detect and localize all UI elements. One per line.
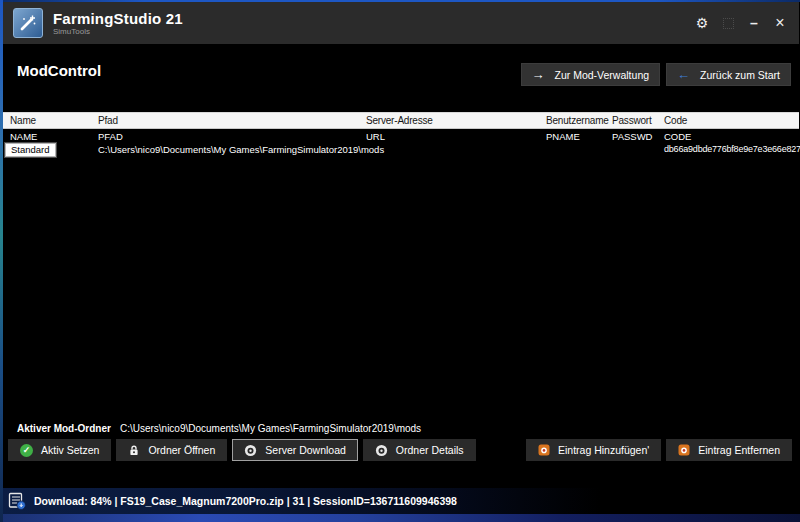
footer-buttons-right: Eintrag Hinzufügen' Eintrag Entfernen xyxy=(526,439,792,461)
placeholder-cell-code: CODE xyxy=(664,130,799,143)
titlebar-controls: ⚙ – × xyxy=(689,8,793,38)
active-mod-folder-path: C:\Users\nico9\Documents\My Games\Farmin… xyxy=(120,423,421,434)
column-header-name[interactable]: Name xyxy=(10,113,98,128)
remove-entry-button[interactable]: Eintrag Entfernen xyxy=(666,439,792,461)
set-active-button-label: Aktiv Setzen xyxy=(41,444,99,456)
row-name-cell-selected[interactable]: Standard xyxy=(5,143,56,157)
close-button[interactable]: × xyxy=(767,8,793,38)
placeholder-cell-pfad: PFAD xyxy=(98,130,366,143)
settings-gear-icon[interactable]: ⚙ xyxy=(689,8,715,38)
statusbar: Download: 84% | FS19_Case_Magnum7200Pro.… xyxy=(0,488,800,514)
open-folder-button[interactable]: Ordner Öffnen xyxy=(116,439,227,461)
remove-entry-button-label: Eintrag Entfernen xyxy=(698,444,780,456)
set-active-button[interactable]: ✓ Aktiv Setzen xyxy=(8,439,111,461)
column-header-server-adresse[interactable]: Server-Adresse xyxy=(366,113,546,128)
mod-management-button[interactable]: → Zur Mod-Verwaltung xyxy=(521,63,661,86)
row-server-adresse-cell xyxy=(366,143,546,157)
server-download-button-label: Server Download xyxy=(265,444,346,456)
mod-folder-table: Name Pfad Server-Adresse Benutzername Pa… xyxy=(3,112,799,157)
column-header-pfad[interactable]: Pfad xyxy=(98,113,366,128)
back-to-start-button-label: Zurück zum Start xyxy=(700,69,780,81)
table-header-row: Name Pfad Server-Adresse Benutzername Pa… xyxy=(3,112,799,129)
placeholder-row[interactable]: NAME PFAD URL PNAME PASSWD CODE xyxy=(3,130,799,143)
row-passwort-cell xyxy=(612,143,664,157)
open-folder-button-label: Ordner Öffnen xyxy=(148,444,215,456)
page-title: ModControl xyxy=(17,62,101,79)
folder-details-button[interactable]: Ordner Details xyxy=(363,439,476,461)
window-accent-border-top xyxy=(0,0,800,2)
active-mod-folder-label: Aktiver Mod-Ordner xyxy=(17,423,111,434)
folder-details-button-label: Ordner Details xyxy=(396,444,464,456)
row-benutzername-cell xyxy=(546,143,612,157)
arrow-right-icon: → xyxy=(532,68,545,81)
minimize-button[interactable]: – xyxy=(741,8,767,38)
column-header-code[interactable]: Code xyxy=(664,113,799,128)
add-entry-button[interactable]: Eintrag Hinzufügen' xyxy=(526,439,661,461)
add-entry-button-label: Eintrag Hinzufügen' xyxy=(558,444,649,456)
arrow-left-icon: ← xyxy=(677,68,690,81)
placeholder-cell-url: URL xyxy=(366,130,546,143)
download-list-icon xyxy=(8,492,26,510)
server-download-button[interactable]: Server Download xyxy=(232,439,358,461)
app-logo-wand-icon xyxy=(13,8,43,38)
row-code-cell: db66a9dbde776bf8e9e7e3e66e8278a5 xyxy=(664,143,800,157)
app-title: FarmingStudio 21 xyxy=(53,10,183,27)
orange-badge-icon xyxy=(678,444,690,456)
row-pfad-cell: C:\Users\nico9\Documents\My Games\Farmin… xyxy=(98,143,366,157)
mod-management-button-label: Zur Mod-Verwaltung xyxy=(555,69,650,81)
maximize-button-disabled xyxy=(715,8,741,38)
back-to-start-button[interactable]: ← Zurück zum Start xyxy=(666,63,791,86)
orange-badge-icon xyxy=(538,444,550,456)
statusbar-progress-line xyxy=(0,514,800,522)
server-ring-icon xyxy=(244,444,257,457)
header-buttons: → Zur Mod-Verwaltung ← Zurück zum Start xyxy=(521,63,791,86)
app-window: FarmingStudio 21 SimuTools ⚙ – × ModCont… xyxy=(0,0,800,522)
maximize-icon xyxy=(723,18,734,29)
column-header-passwort[interactable]: Passwort xyxy=(612,113,664,128)
status-download-text: Download: 84% | FS19_Case_Magnum7200Pro.… xyxy=(34,495,457,507)
window-accent-border-left xyxy=(0,0,3,522)
table-row-standard[interactable]: Standard C:\Users\nico9\Documents\My Gam… xyxy=(3,143,799,157)
column-header-benutzername[interactable]: Benutzername xyxy=(546,113,612,128)
placeholder-cell-pname: PNAME xyxy=(546,130,612,143)
active-mod-folder: Aktiver Mod-OrdnerC:\Users\nico9\Documen… xyxy=(17,423,421,434)
placeholder-cell-passwd: PASSWD xyxy=(612,130,664,143)
check-circle-icon: ✓ xyxy=(20,444,33,457)
app-subtitle: SimuTools xyxy=(53,27,183,36)
title-block: FarmingStudio 21 SimuTools xyxy=(53,10,183,36)
footer-buttons-left: ✓ Aktiv Setzen Ordner Öffnen Ser xyxy=(8,439,476,461)
lock-icon xyxy=(128,444,140,457)
titlebar: FarmingStudio 21 SimuTools ⚙ – × xyxy=(3,2,799,44)
placeholder-cell-name: NAME xyxy=(10,130,98,143)
details-ring-icon xyxy=(375,444,388,457)
